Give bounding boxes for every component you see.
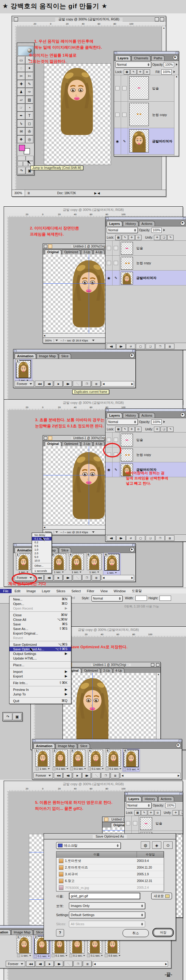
file-menu-item[interactable]: Close All ⌥⌘W: [10, 617, 71, 622]
layer-thumbnail[interactable]: [121, 257, 133, 270]
window-titlebar[interactable]: 금발 copy @ 300% (금발머리여자, RGB): [12, 16, 166, 22]
jump-to-imageready-icon[interactable]: ▣: [13, 713, 22, 721]
dialog-titlebar[interactable]: Save Optimized As: [44, 834, 176, 839]
frame-delay-dropdown[interactable]: 1 sec.: [72, 571, 82, 574]
duplicate-frame-button[interactable]: ❐: [74, 961, 82, 967]
tween-button[interactable]: ⋱: [64, 961, 73, 967]
frame-delay-dropdown[interactable]: 0.1 sec.: [69, 954, 85, 957]
frame-delay-dropdown[interactable]: 0.1 sec.: [106, 767, 122, 770]
frame-delay-dropdown[interactable]: 0.5 sec.: [123, 768, 140, 771]
file-row[interactable]: 6.창고 2004.12.31: [56, 878, 164, 885]
file-menu-item[interactable]: Save As... ⇧⌘S: [10, 626, 71, 631]
delete-frame-button[interactable]: ▥: [92, 381, 101, 387]
palette-grab-bar[interactable]: [17, 43, 34, 45]
vertical-scrollbar[interactable]: ▲: [156, 673, 160, 740]
file-menu-item[interactable]: [10, 697, 71, 698]
palette-drag-bar[interactable]: [106, 217, 186, 220]
frame-scrollbar[interactable]: ◀▶: [101, 381, 134, 387]
palette-drag-bar[interactable]: [106, 409, 186, 412]
duplicate-frame-button[interactable]: ❐: [82, 574, 91, 581]
animation-frame[interactable]: 6: [123, 749, 140, 772]
frame-delay-dropdown[interactable]: 0.1 sec.: [88, 767, 104, 770]
opacity-field[interactable]: 100%: [165, 803, 176, 808]
lock-toggle-icon[interactable]: ✛: [129, 235, 135, 240]
delay-menu-item[interactable]: 0.5: [32, 544, 51, 548]
frame-delay-dropdown[interactable]: 0.1 sec.: [53, 767, 69, 770]
palette-tab[interactable]: Layers: [126, 796, 141, 801]
delay-menu-item[interactable]: 0.2: [32, 541, 51, 544]
zoom-box-icon[interactable]: [155, 18, 159, 21]
forward-button[interactable]: ▮▶: [55, 961, 63, 967]
palette-tab[interactable]: Animation: [14, 353, 36, 358]
animation-frame[interactable]: 5: [105, 749, 122, 772]
file-row[interactable]: 7f783006_m.jpg 2005.2.4: [56, 885, 164, 891]
palette-tab[interactable]: Layers: [115, 56, 131, 60]
lock-toggle-icon[interactable]: ◘: [144, 69, 150, 75]
layer-row[interactable]: ◉ ✎ 입술: [106, 241, 186, 256]
animation-frame[interactable]: 1: [15, 360, 32, 383]
palette-drag-bar[interactable]: [125, 792, 183, 795]
zoom-box-icon[interactable]: [151, 663, 154, 667]
unify-toggle-icon[interactable]: ❏: [161, 235, 167, 240]
palette-tab[interactable]: History: [123, 221, 138, 226]
frame-delay-dropdown[interactable]: 1 sec.: [54, 571, 64, 574]
layer-name[interactable]: 금발머리여자: [134, 270, 156, 285]
standard-screen-button[interactable]: [18, 161, 23, 166]
document-titlebar[interactable]: Untitled-1 @ 300%(Origi···: [63, 662, 160, 667]
palette-tab[interactable]: Image Map: [56, 743, 77, 748]
clone-stamp-tool[interactable]: ♟: [17, 88, 25, 96]
backward-button[interactable]: ◀▮: [63, 772, 72, 778]
opacity-field[interactable]: 100%: [152, 228, 162, 233]
column-name[interactable]: 이름: [56, 851, 137, 858]
height-field[interactable]: [159, 596, 171, 601]
delay-menu-item[interactable]: 10.0: [32, 559, 51, 562]
new-layer-button[interactable]: ❐: [156, 344, 165, 349]
unify-toggle-icon[interactable]: ✎: [167, 427, 173, 432]
frame-delay-dropdown[interactable]: 1 sec.: [17, 954, 31, 957]
next-state-button[interactable]: ▮▶: [117, 535, 126, 541]
tween-button[interactable]: ⋱: [73, 574, 82, 581]
smudge-tool[interactable]: ☞: [17, 104, 25, 112]
file-menu-item[interactable]: Place...: [10, 663, 71, 667]
collapse-box-icon[interactable]: [160, 18, 164, 21]
file-menu-item[interactable]: [10, 611, 71, 612]
layer-row[interactable]: ◉ ✎ 입술: [114, 75, 179, 102]
file-menu-item[interactable]: [10, 641, 71, 641]
layer-name[interactable]: 눈썹 copy: [134, 447, 151, 462]
delay-menu-item[interactable]: 5.0: [32, 555, 51, 559]
palette-menu-icon[interactable]: ▶: [176, 743, 181, 748]
animation-frame[interactable]: 1: [34, 749, 51, 772]
loop-dropdown[interactable]: Forever: [34, 772, 53, 778]
delay-menu-item[interactable]: 1 seconds: [32, 569, 51, 573]
settings-dropdown[interactable]: Default Settings: [69, 912, 145, 918]
palette-scrollbar[interactable]: ▲: [174, 75, 179, 156]
close-box-icon[interactable]: [44, 245, 47, 248]
style-dropdown[interactable]: Normal: [91, 595, 123, 601]
file-menu-item[interactable]: Save Optimized ⌥⌘S: [10, 642, 71, 647]
document-tab[interactable]: 2-Up: [81, 250, 93, 255]
delay-menu-item[interactable]: 2.0: [32, 552, 51, 555]
forward-button[interactable]: ▮▶: [63, 381, 72, 387]
new-folder-button[interactable]: 새로운: [151, 892, 172, 899]
animation-frame[interactable]: 4: [87, 749, 104, 772]
menu-bar-item[interactable]: View: [97, 589, 111, 593]
eye-icon[interactable]: ◉: [107, 276, 111, 280]
document-tab[interactable]: Optimized: [82, 668, 100, 673]
lock-toggle-icon[interactable]: ✎: [122, 235, 128, 240]
animation-frame[interactable]: 4: [68, 553, 85, 575]
lock-toggle-icon[interactable]: ◘: [135, 235, 141, 240]
lock-toggle-icon[interactable]: ▦: [135, 810, 141, 815]
notes-tool[interactable]: ✉: [17, 127, 25, 135]
animation-frame[interactable]: 1: [15, 553, 32, 575]
delay-menu-item[interactable]: No delay: [32, 533, 51, 537]
palette-drag-bar[interactable]: [13, 349, 135, 352]
file-menu-item[interactable]: Update HTML...: [10, 656, 71, 660]
layer-name[interactable]: 입술: [134, 433, 143, 447]
standard-mode-button[interactable]: [18, 156, 26, 161]
layer-mask-button[interactable]: ◯: [136, 535, 145, 541]
download-time[interactable]: -- / -- sec @ 28.8 Kbps: [58, 339, 91, 342]
duplicate-frame-button[interactable]: ❐: [101, 772, 110, 778]
play-button[interactable]: ▶: [73, 772, 82, 778]
width-field[interactable]: [135, 596, 147, 601]
palette-menu-icon[interactable]: ▶: [180, 221, 185, 226]
